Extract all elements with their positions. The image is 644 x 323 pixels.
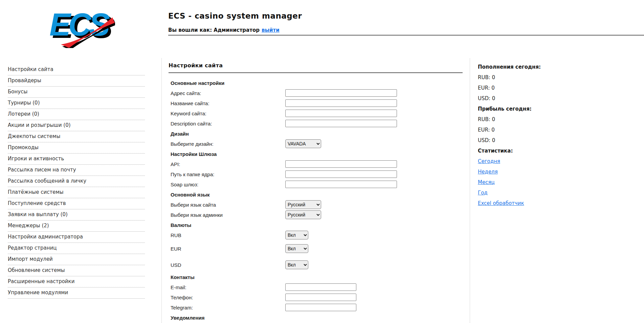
email-input[interactable] [285, 283, 356, 291]
sidebar-item-module-import[interactable]: Импорт модулей [8, 254, 145, 265]
eur-select[interactable]: Вкл [285, 244, 308, 253]
deposits-usd-value: USD: 0 [478, 95, 613, 102]
site-language-select[interactable]: Русский [285, 200, 321, 209]
stats-link-month[interactable]: Месяц [478, 179, 495, 185]
soap-gateway-input[interactable] [285, 181, 397, 188]
field-label-site-address: Адрес сайта: [171, 90, 285, 96]
sidebar-item-providers[interactable]: Провайдеры [8, 75, 145, 87]
field-label-email: E-mail: [171, 284, 285, 290]
field-label-site-description: Description сайта: [171, 121, 285, 126]
field-label-admin-language: Выбери язык админки [171, 212, 285, 218]
stats-link-today[interactable]: Сегодня [478, 158, 500, 164]
stats-link-excel[interactable]: Excel обработчик [478, 200, 524, 206]
sidebar-item-jackpots[interactable]: Джекпоты системы [8, 131, 145, 142]
sidebar-item-promocodes[interactable]: Промокоды [8, 142, 145, 154]
profit-usd-value: USD: 0 [478, 137, 613, 144]
stats-panel: Пополнения сегодня: RUB: 0 EUR: 0 USD: 0… [470, 58, 613, 210]
site-description-input[interactable] [285, 120, 397, 127]
header-divider [168, 35, 644, 36]
sidebar-item-system-update[interactable]: Обновление системы [8, 265, 145, 276]
site-keyword-input[interactable] [285, 110, 397, 117]
section-heading-contacts: Контакты [171, 274, 195, 280]
sidebar-item-admin-settings[interactable]: Настройки администратора [8, 232, 145, 243]
rub-select[interactable]: Вкл [285, 231, 308, 239]
field-label-site-language: Выбери язык сайта [171, 202, 285, 208]
sidebar-item-tournaments[interactable]: Турниры (0) [8, 98, 145, 109]
field-label-eur: EUR [171, 246, 285, 252]
sidebar-item-page-editor[interactable]: Редактор страниц [8, 243, 145, 254]
section-heading-gateway: Настройки Шлюза [171, 151, 217, 157]
deposits-today-heading: Пополнения сегодня: [478, 64, 613, 70]
telegram-input[interactable] [285, 304, 356, 311]
field-label-phone: Телефон: [171, 295, 285, 300]
field-label-site-keyword: Keyword сайта: [171, 111, 285, 116]
section-heading-general: Основные настройки [171, 80, 224, 86]
profit-today-heading: Прибыль сегодня: [478, 106, 613, 112]
admin-language-select[interactable]: Русский [285, 210, 321, 219]
field-label-core-path: Путь к папке ядра: [171, 171, 285, 177]
phone-input[interactable] [285, 294, 356, 301]
sidebar-item-pm-mailing[interactable]: Рассылка сообщений в личку [8, 176, 145, 187]
settings-form: Основные настройки Адрес сайта: Название… [171, 78, 470, 323]
sidebar-item-bonuses[interactable]: Бонусы [8, 87, 145, 98]
site-address-input[interactable] [285, 89, 397, 97]
field-label-rub: RUB [171, 232, 285, 238]
sidebar-item-lotteries[interactable]: Лотереи (0) [8, 109, 145, 120]
sidebar-item-email-mailing[interactable]: Рассылка писем на почту [8, 165, 145, 176]
sidebar-item-promotions[interactable]: Акции и розыгрыши (0) [8, 120, 145, 131]
stats-link-week[interactable]: Неделя [478, 169, 498, 175]
sidebar-item-players-activity[interactable]: Игроки и активность [8, 154, 145, 165]
profit-eur-value: EUR: 0 [478, 126, 613, 133]
deposits-eur-value: EUR: 0 [478, 85, 613, 91]
sidebar-item-module-management[interactable]: Управление модулями [8, 287, 145, 299]
login-status-text: Вы вошли как: Администратор [168, 27, 260, 33]
sidebar-item-managers[interactable]: Менеджеры (2) [8, 221, 145, 232]
sidebar-item-payout-requests[interactable]: Заявки на выплату (0) [8, 209, 145, 221]
section-title: Настройки сайта [169, 62, 463, 73]
logo-text: ECS [49, 7, 110, 42]
core-path-input[interactable] [285, 170, 397, 178]
sidebar: Настройки сайта Провайдеры Бонусы Турнир… [8, 64, 145, 299]
stats-link-year[interactable]: Год [478, 190, 488, 196]
section-heading-design: Дизайн [171, 131, 189, 137]
section-heading-notifications: Уведомления [171, 315, 204, 321]
design-select[interactable]: VAVADA [285, 139, 321, 148]
api-input[interactable] [285, 160, 397, 168]
ecs-logo[interactable]: ECS ECS [47, 5, 115, 48]
login-status: Вы вошли как: Администраторвыйти [168, 27, 280, 33]
field-label-soap-gateway: Soap шлюз: [171, 182, 285, 187]
usd-select[interactable]: Вкл [285, 260, 308, 269]
site-name-input[interactable] [285, 99, 397, 107]
sidebar-item-payment-systems[interactable]: Платёжные системы [8, 187, 145, 198]
page-title: ECS - casino system manager [168, 11, 302, 20]
sidebar-item-site-settings[interactable]: Настройки сайта [8, 64, 145, 75]
field-label-api: API: [171, 161, 285, 167]
sidebar-item-incoming-funds[interactable]: Поступление средств [8, 198, 145, 209]
field-label-usd: USD [171, 262, 285, 268]
profit-rub-value: RUB: 0 [478, 116, 613, 123]
logout-link[interactable]: выйти [262, 27, 280, 33]
field-label-telegram: Telegram: [171, 305, 285, 310]
field-label-design: Выберите дизайн: [171, 141, 285, 147]
deposits-rub-value: RUB: 0 [478, 74, 613, 81]
field-label-site-name: Название сайта: [171, 100, 285, 106]
section-heading-language: Основной язык [171, 192, 210, 198]
sidebar-item-advanced-settings[interactable]: Расширенные настройки [8, 276, 145, 287]
statistics-heading: Статистика: [478, 147, 613, 154]
section-heading-currencies: Валюты [171, 222, 191, 228]
main-panel: Настройки сайта Основные настройки Адрес… [161, 58, 470, 323]
